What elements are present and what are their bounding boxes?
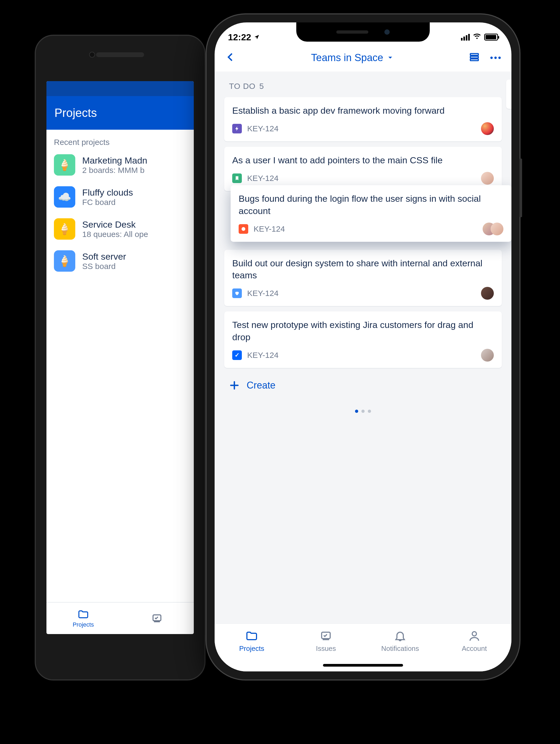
assignee-avatar[interactable] xyxy=(481,287,494,300)
next-column-peek xyxy=(506,79,512,109)
project-icon: ☁️ xyxy=(54,186,75,208)
project-row[interactable]: 🍦 Marketing Madn 2 boards: MMM b xyxy=(54,154,186,176)
svg-rect-3 xyxy=(470,59,478,61)
bell-icon xyxy=(394,630,407,642)
project-row[interactable]: 🍦 Service Desk 18 queues: All ope xyxy=(54,218,186,239)
issue-key: KEY-124 xyxy=(247,124,278,133)
tab-issues[interactable] xyxy=(120,612,194,624)
android-header-title: Projects xyxy=(54,106,97,119)
ios-navbar: Teams in Space xyxy=(215,46,512,72)
page-dot-active xyxy=(355,410,358,413)
project-row[interactable]: ☁️ Fluffy clouds FC board xyxy=(54,186,186,208)
android-camera xyxy=(89,52,95,58)
columns-view-button[interactable] xyxy=(469,52,480,64)
recent-projects-label: Recent projects xyxy=(54,138,186,147)
android-header: Projects xyxy=(46,96,194,130)
create-label: Create xyxy=(247,380,275,391)
issue-card[interactable]: Establish a basic app dev framework movi… xyxy=(224,97,502,142)
folder-icon xyxy=(77,608,89,620)
card-title: As a user I want to add pointers to the … xyxy=(232,154,494,166)
bolt-icon xyxy=(234,126,240,131)
home-indicator[interactable] xyxy=(323,664,403,667)
android-phone-frame: Projects Recent projects 🍦 Marketing Mad… xyxy=(35,35,206,680)
board-selector[interactable]: Teams in Space xyxy=(311,52,394,64)
card-title: Establish a basic app dev framework movi… xyxy=(232,105,494,117)
back-button[interactable] xyxy=(225,52,236,64)
android-statusbar xyxy=(46,81,194,96)
android-tabbar: Projects xyxy=(46,602,194,634)
circle-icon xyxy=(241,227,245,231)
status-time: 12:22 xyxy=(228,32,251,42)
dot-icon xyxy=(490,57,493,59)
folder-icon xyxy=(245,630,258,642)
chevron-left-icon xyxy=(225,52,236,63)
task-type-icon: ✓ xyxy=(232,350,242,360)
wifi-icon xyxy=(473,32,481,42)
page-dot xyxy=(368,410,371,413)
issue-key: KEY-124 xyxy=(247,351,278,360)
more-button[interactable] xyxy=(490,57,501,59)
battery-icon xyxy=(484,34,498,41)
project-icon: 🍦 xyxy=(54,250,75,272)
story-type-icon xyxy=(232,174,242,183)
tab-projects[interactable]: Projects xyxy=(215,624,289,671)
page-indicator xyxy=(224,402,502,421)
assignee-avatar[interactable] xyxy=(481,349,494,362)
board-column-area[interactable]: TO DO 5 Establish a basic app dev framew… xyxy=(215,72,512,623)
project-row[interactable]: 🍦 Soft server SS board xyxy=(54,250,186,272)
dot-icon xyxy=(498,57,501,59)
board-title: Teams in Space xyxy=(311,52,383,64)
project-subtitle: 2 boards: MMM b xyxy=(82,166,147,175)
tab-label: Projects xyxy=(239,644,264,653)
issues-icon xyxy=(151,612,163,624)
project-icon: 🍦 xyxy=(54,218,75,239)
iphone-notch xyxy=(296,23,430,42)
project-subtitle: FC board xyxy=(82,198,133,207)
project-subtitle: SS board xyxy=(82,262,126,271)
assignee-avatar[interactable] xyxy=(481,122,494,135)
issue-key: KEY-124 xyxy=(254,224,285,233)
card-title: Test new prototype with existing Jira cu… xyxy=(232,319,494,343)
tab-label: Projects xyxy=(73,621,94,628)
svg-rect-1 xyxy=(470,53,478,55)
issue-card[interactable]: Test new prototype with existing Jira cu… xyxy=(224,311,502,368)
assignee-avatar[interactable] xyxy=(481,172,494,185)
tab-projects[interactable]: Projects xyxy=(46,608,120,628)
epic-type-icon xyxy=(232,124,242,134)
column-label: TO DO xyxy=(229,82,255,91)
column-header: TO DO 5 xyxy=(224,79,502,97)
card-title: Bugs found during the login flow the use… xyxy=(238,193,503,217)
feature-type-icon xyxy=(232,289,242,298)
svg-rect-2 xyxy=(470,56,478,58)
project-icon: 🍦 xyxy=(54,154,75,176)
tab-label: Account xyxy=(462,644,487,653)
iphone-side-button xyxy=(519,158,522,217)
columns-icon xyxy=(469,52,480,63)
location-icon xyxy=(254,34,260,40)
tab-account[interactable]: Account xyxy=(437,624,512,671)
project-subtitle: 18 queues: All ope xyxy=(82,230,148,239)
account-icon xyxy=(468,630,481,642)
page-dot xyxy=(362,410,365,413)
dot-icon xyxy=(494,57,497,59)
issue-card-dragging[interactable]: Bugs found during the login flow the use… xyxy=(231,185,512,242)
android-screen: Projects Recent projects 🍦 Marketing Mad… xyxy=(46,81,194,634)
project-name: Fluffy clouds xyxy=(82,187,133,198)
project-name: Marketing Madn xyxy=(82,155,147,166)
bug-type-icon xyxy=(238,224,248,234)
issues-icon xyxy=(320,630,332,642)
todo-column: TO DO 5 Establish a basic app dev framew… xyxy=(224,79,502,421)
iphone-frame: 12:22 Teams in Space xyxy=(206,13,521,680)
create-issue-button[interactable]: Create xyxy=(224,373,502,402)
bookmark-icon xyxy=(234,176,240,181)
assignee-avatar-stack[interactable] xyxy=(483,223,503,235)
issue-card[interactable]: As a user I want to add pointers to the … xyxy=(224,147,502,191)
tab-label: Issues xyxy=(316,644,336,653)
svg-point-5 xyxy=(472,632,477,636)
issue-key: KEY-124 xyxy=(247,174,278,183)
issue-key: KEY-124 xyxy=(247,289,278,298)
card-title: Build out our design system to share wit… xyxy=(232,257,494,282)
issue-card[interactable]: Build out our design system to share wit… xyxy=(224,250,502,306)
column-count: 5 xyxy=(259,82,264,91)
android-speaker xyxy=(96,52,144,57)
